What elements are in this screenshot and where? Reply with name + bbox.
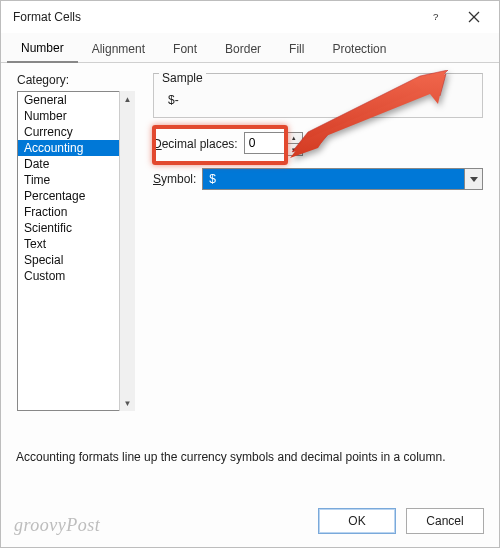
category-item-number[interactable]: Number — [18, 108, 134, 124]
decimal-places-input[interactable] — [244, 132, 286, 154]
spinner-up-icon[interactable]: ▲ — [286, 133, 302, 144]
symbol-value: $ — [209, 172, 216, 186]
category-listbox[interactable]: General Number Currency Accounting Date … — [17, 91, 135, 411]
category-item-accounting[interactable]: Accounting — [18, 140, 134, 156]
sample-group: Sample $- — [153, 73, 483, 118]
svg-marker-3 — [470, 177, 478, 182]
window-title: Format Cells — [13, 10, 417, 24]
tab-font[interactable]: Font — [159, 36, 211, 62]
spinner-down-icon[interactable]: ▼ — [286, 144, 302, 155]
tab-strip: Number Alignment Font Border Fill Protec… — [1, 33, 499, 63]
category-item-general[interactable]: General — [18, 92, 134, 108]
svg-text:?: ? — [433, 11, 439, 22]
category-item-scientific[interactable]: Scientific — [18, 220, 134, 236]
category-item-time[interactable]: Time — [18, 172, 134, 188]
scroll-up-icon[interactable]: ▲ — [121, 91, 135, 107]
category-item-date[interactable]: Date — [18, 156, 134, 172]
scroll-down-icon[interactable]: ▼ — [121, 395, 135, 411]
category-item-currency[interactable]: Currency — [18, 124, 134, 140]
ok-button[interactable]: OK — [318, 508, 396, 534]
format-description: Accounting formats line up the currency … — [16, 450, 484, 464]
category-item-custom[interactable]: Custom — [18, 268, 134, 284]
cancel-button[interactable]: Cancel — [406, 508, 484, 534]
tab-protection[interactable]: Protection — [318, 36, 400, 62]
category-item-text[interactable]: Text — [18, 236, 134, 252]
watermark-text: groovyPost — [14, 515, 100, 536]
tab-fill[interactable]: Fill — [275, 36, 318, 62]
help-button[interactable]: ? — [417, 3, 455, 31]
category-item-percentage[interactable]: Percentage — [18, 188, 134, 204]
format-cells-dialog: Format Cells ? Number Alignment Font Bor… — [0, 0, 500, 548]
decimal-places-spinner[interactable]: ▲ ▼ — [244, 132, 303, 156]
tab-alignment[interactable]: Alignment — [78, 36, 159, 62]
category-label: Category: — [17, 73, 135, 87]
category-item-special[interactable]: Special — [18, 252, 134, 268]
tab-number[interactable]: Number — [7, 35, 78, 63]
sample-value: $- — [162, 93, 474, 107]
symbol-label: Symbol: — [153, 172, 196, 186]
sample-label: Sample — [159, 71, 206, 85]
category-item-fraction[interactable]: Fraction — [18, 204, 134, 220]
decimal-places-label: DDecimal places:ecimal places: — [153, 137, 238, 151]
titlebar: Format Cells ? — [1, 1, 499, 33]
dialog-body: Category: General Number Currency Accoun… — [1, 63, 499, 411]
chevron-down-icon[interactable] — [464, 169, 482, 189]
symbol-dropdown[interactable]: $ — [202, 168, 483, 190]
category-scrollbar[interactable]: ▲ ▼ — [119, 91, 135, 411]
tab-border[interactable]: Border — [211, 36, 275, 62]
close-button[interactable] — [455, 3, 493, 31]
dialog-footer: OK Cancel — [318, 508, 484, 534]
